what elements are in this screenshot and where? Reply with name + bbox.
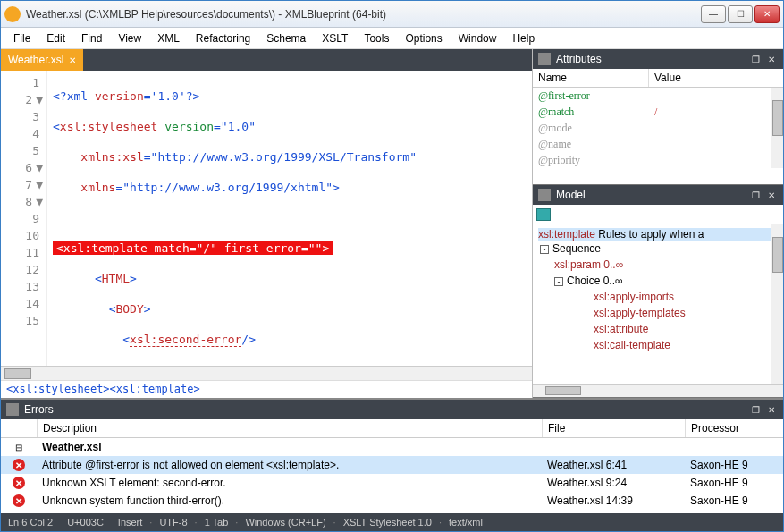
attributes-header[interactable]: Attributes ❐ ✕ [533,49,783,69]
menu-edit[interactable]: Edit [39,30,72,47]
vertical-scrollbar[interactable] [771,224,783,384]
menu-options[interactable]: Options [398,30,449,47]
fold-icon[interactable]: ▼ [36,178,43,191]
horizontal-scrollbar[interactable] [533,384,783,397]
line-num: 11 [25,246,39,259]
attributes-icon [538,53,551,65]
status-charcode: U+003C [67,517,104,528]
attr-name: @priority [533,154,649,167]
t: "1.0" [221,120,256,133]
attr-row[interactable]: @mode [533,120,783,136]
scroll-thumb[interactable] [772,100,783,136]
fold-icon[interactable]: ▼ [36,93,43,106]
col-processor[interactable]: Processor [685,419,783,437]
tree-node[interactable]: xsl:apply-templates [540,305,778,321]
titlebar: Weather.xsl (C:\XMLBP Help\resources\doc… [1,1,783,28]
collapse-icon[interactable]: - [554,277,563,286]
line-num: 3 [32,110,39,123]
error-row[interactable]: ✕ Unknown XSLT element: second-error. We… [1,474,783,492]
error-group[interactable]: ⊟ Weather.xsl [1,438,783,456]
status-type: XSLT Stylesheet 1.0 [343,517,432,528]
menubar: File Edit Find View XML Refactoring Sche… [1,28,783,49]
model-tool-icon[interactable] [536,208,551,221]
menu-view[interactable]: View [111,30,148,47]
error-proc: Saxon-HE 9 [685,459,783,471]
panel-close-icon[interactable]: ✕ [765,189,778,201]
tree-node[interactable]: xsl:param 0..∞ [540,257,778,273]
file-tab[interactable]: Weather.xsl ✕ [1,49,83,71]
line-num: 13 [25,280,39,293]
line-num: 14 [25,297,39,310]
attributes-panel: Attributes ❐ ✕ Name Value @first-error @… [533,49,783,185]
vertical-scrollbar[interactable] [771,88,783,168]
menu-file[interactable]: File [6,30,38,47]
panel-close-icon[interactable]: ✕ [765,403,778,416]
fold-icon[interactable]: ▼ [36,195,43,208]
status-position: Ln 6 Col 2 [8,517,53,528]
model-heading[interactable]: xsl:template Rules to apply when a [538,228,778,241]
errors-header[interactable]: Errors ❐ ✕ [1,400,783,419]
t: xmlns:xsl [80,150,143,164]
menu-refactoring[interactable]: Refactoring [189,30,257,47]
panel-restore-icon[interactable]: ❐ [749,403,762,416]
breadcrumb[interactable]: <xsl:stylesheet><xsl:template> [1,380,532,398]
error-proc: Saxon-HE 9 [685,477,783,489]
panel-close-icon[interactable]: ✕ [765,53,778,65]
error-file: Weather.xsl 14:39 [542,494,685,507]
menu-help[interactable]: Help [505,30,542,47]
attr-row[interactable]: @first-error [533,88,783,104]
horizontal-scrollbar[interactable] [1,366,532,380]
tree-node[interactable]: -Sequence [540,241,778,257]
tree-node[interactable]: -Choice 0..∞ [540,273,778,289]
col-name[interactable]: Name [533,69,649,87]
fold-icon[interactable]: ▼ [36,161,43,174]
code-editor[interactable]: 1 2▼ 3 4 5 6▼ 7▼ 8▼ 9 10 11 12 13 14 [1,71,532,366]
error-desc: Unknown system function third-error(). [37,494,542,507]
line-num: 7 [25,178,32,191]
col-file[interactable]: File [542,419,685,437]
breadcrumb-item[interactable]: <xsl:stylesheet> [6,383,110,395]
tree-node[interactable]: xsl:apply-imports [540,289,778,305]
menu-xslt[interactable]: XSLT [315,30,355,47]
code-text[interactable]: <?xml version='1.0'?> <xsl:stylesheet ve… [47,71,532,366]
model-header[interactable]: Model ❐ ✕ [533,185,783,205]
close-button[interactable]: ✕ [754,5,780,23]
attr-name: @mode [533,122,649,135]
t: BODY [115,302,143,316]
tree-node[interactable]: xsl:call-template [540,337,778,353]
error-row[interactable]: ✕ Attribute @first-error is not allowed … [1,456,783,474]
menu-tools[interactable]: Tools [357,30,396,47]
line-gutter: 1 2▼ 3 4 5 6▼ 7▼ 8▼ 9 10 11 12 13 14 [1,71,47,366]
tree-label: Choice 0..∞ [567,274,623,287]
col-description[interactable]: Description [37,419,542,437]
close-tab-icon[interactable]: ✕ [69,55,76,65]
scroll-thumb[interactable] [545,386,581,395]
col-value[interactable]: Value [649,69,687,87]
line-num: 2 [25,93,32,106]
error-row[interactable]: ✕ Unknown system function third-error().… [1,492,783,510]
scroll-thumb[interactable] [4,368,31,379]
line-num: 12 [25,263,39,276]
menu-find[interactable]: Find [74,30,109,47]
line-num: 4 [32,127,39,140]
tree-node[interactable]: xsl:attribute [540,321,778,337]
line-num: 8 [25,195,32,208]
collapse-icon[interactable]: ⊟ [15,443,22,452]
attr-row[interactable]: @priority [533,152,783,168]
breadcrumb-item[interactable]: <xsl:template> [110,383,200,395]
menu-schema[interactable]: Schema [259,30,313,47]
attr-row[interactable]: @name [533,136,783,152]
line-num: 10 [25,229,39,242]
t: <?xml [53,89,95,103]
panel-restore-icon[interactable]: ❐ [749,189,762,201]
maximize-button[interactable]: ☐ [728,5,753,23]
minimize-button[interactable]: — [701,5,726,23]
attributes-body: @first-error @match/ @mode @name @priori… [533,88,783,168]
collapse-icon[interactable]: - [540,245,549,254]
line-num: 1 [32,76,39,89]
attr-row[interactable]: @match/ [533,104,783,120]
scroll-thumb[interactable] [772,237,783,273]
panel-restore-icon[interactable]: ❐ [749,53,762,65]
menu-window[interactable]: Window [451,30,504,47]
menu-xml[interactable]: XML [150,30,187,47]
